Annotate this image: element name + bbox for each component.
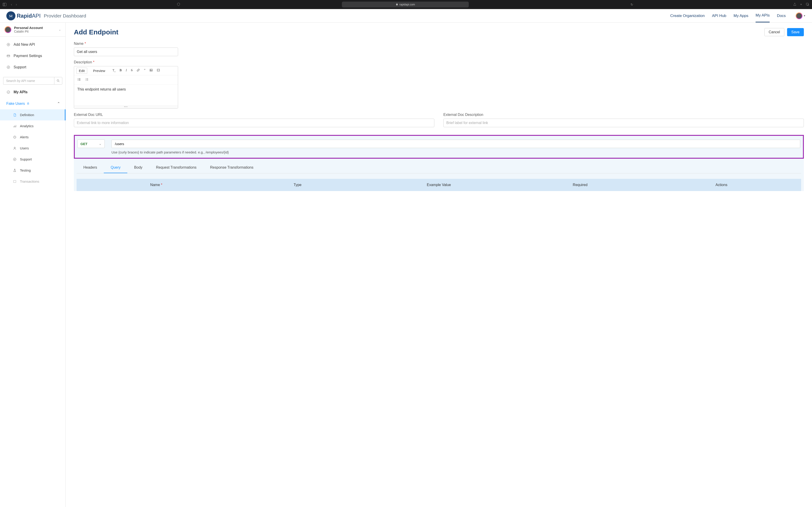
page-title: Add Endpoint: [74, 28, 118, 36]
search-button[interactable]: [54, 77, 62, 84]
transactions-icon: [13, 180, 17, 183]
image-icon[interactable]: [150, 69, 153, 73]
svg-rect-4: [7, 55, 10, 57]
sidebar-sub-users[interactable]: Users: [0, 143, 65, 154]
tab-headers[interactable]: Headers: [77, 162, 104, 173]
sidebar-toggle-icon[interactable]: [3, 3, 6, 6]
logo[interactable]: RapidAPI: [6, 11, 41, 20]
sidebar-item-label: My APIs: [14, 90, 28, 94]
col-example: Example Value: [368, 183, 510, 187]
text-size-icon[interactable]: TT: [112, 69, 115, 73]
card-icon: [6, 54, 10, 58]
link-icon[interactable]: [137, 69, 140, 73]
method-value: GET: [81, 142, 88, 146]
sidebar-item-label: Users: [20, 146, 29, 150]
sidebar-add-new-api[interactable]: Add New API: [0, 39, 65, 50]
sidebar-item-label: Alerts: [20, 135, 29, 139]
dashboard-label: Provider Dashboard: [44, 13, 86, 18]
cancel-button[interactable]: Cancel: [764, 28, 784, 36]
content: Add Endpoint Cancel Save Name * Descript…: [66, 23, 812, 507]
bold-icon[interactable]: B: [120, 69, 122, 73]
name-input[interactable]: [74, 48, 178, 56]
name-label: Name *: [74, 42, 804, 46]
sidebar-item-label: Fake Users: [6, 102, 25, 106]
sidebar-item-label: Definition: [20, 113, 34, 117]
avatar: [796, 12, 803, 19]
sidebar-item-label: Add New API: [14, 43, 35, 47]
svg-point-1: [9, 15, 10, 16]
reload-icon[interactable]: ↻: [630, 3, 633, 6]
chevron-up-icon: ⌃: [57, 101, 60, 106]
shield-icon[interactable]: [177, 2, 180, 7]
back-icon[interactable]: ‹: [11, 2, 12, 7]
bulleted-list-icon[interactable]: [77, 78, 81, 82]
url-text: rapidapi.com: [399, 3, 415, 6]
avatar: [5, 26, 11, 33]
sidebar-sub-alerts[interactable]: Alerts: [0, 131, 65, 143]
sidebar: Personal Account Catalin Pit ⌄ Add New A…: [0, 23, 66, 507]
nav-my-apps[interactable]: My Apps: [733, 9, 748, 22]
plus-icon[interactable]: +: [800, 2, 802, 7]
sidebar-sub-support[interactable]: Support: [0, 154, 65, 165]
sidebar-sub-definition[interactable]: Definition: [0, 109, 65, 120]
sidebar-item-label: Testing: [20, 168, 31, 172]
chevron-down-icon: ⌄: [99, 142, 102, 146]
sidebar-sub-transactions[interactable]: Transactions: [0, 176, 65, 187]
tab-body[interactable]: Body: [127, 162, 149, 173]
editor-tab-preview[interactable]: Preview: [91, 68, 107, 73]
tab-request-transformations[interactable]: Request Transformations: [149, 162, 203, 173]
code-icon[interactable]: [157, 69, 160, 73]
sidebar-api-fake-users[interactable]: Fake Users ⌃: [0, 98, 65, 109]
chart-icon: [13, 124, 17, 128]
method-select[interactable]: GET ⌄: [78, 139, 105, 148]
nav-docs[interactable]: Docs: [777, 9, 786, 22]
lock-icon: [27, 102, 30, 106]
sidebar-sub-testing[interactable]: Testing: [0, 165, 65, 176]
document-icon: [13, 113, 17, 117]
col-name: Name *: [86, 183, 227, 187]
share-icon[interactable]: [793, 2, 797, 7]
tab-response-transformations[interactable]: Response Transformations: [203, 162, 260, 173]
logo-icon: [6, 11, 15, 20]
description-textarea[interactable]: This endpoint returns all users: [74, 84, 178, 105]
sidebar-item-label: Transactions: [20, 179, 39, 183]
resize-handle[interactable]: •••: [74, 105, 178, 108]
account-switcher[interactable]: Personal Account Catalin Pit ⌄: [0, 23, 65, 37]
save-button[interactable]: Save: [787, 28, 804, 36]
sidebar-support[interactable]: Support: [0, 62, 65, 73]
browser-chrome: ‹ › rapidapi.com ↻ +: [0, 0, 812, 9]
editor-tab-edit[interactable]: Edit: [77, 68, 87, 74]
nav-my-apis[interactable]: My APIs: [756, 9, 770, 22]
search-input[interactable]: [3, 77, 54, 84]
path-input[interactable]: [111, 139, 800, 148]
compass-icon: [13, 158, 17, 161]
caret-down-icon: ▼: [803, 14, 806, 17]
nav-create-organization[interactable]: Create Organization: [670, 9, 705, 22]
svg-rect-0: [806, 3, 808, 5]
sidebar-item-label: Payment Settings: [14, 54, 42, 58]
sidebar-my-apis[interactable]: My APIs: [0, 87, 65, 98]
nav-api-hub[interactable]: API Hub: [712, 9, 726, 22]
params-table-header: Name * Type Example Value Required Actio…: [77, 179, 801, 191]
ext-url-label: External Doc URL: [74, 113, 434, 117]
svg-point-16: [78, 78, 78, 79]
quote-icon[interactable]: ”: [144, 69, 145, 73]
ext-url-input[interactable]: [74, 119, 434, 127]
strikethrough-icon[interactable]: S: [131, 69, 133, 73]
flask-icon: [13, 169, 17, 172]
col-actions: Actions: [651, 183, 792, 187]
user-menu[interactable]: ▼: [796, 12, 806, 19]
numbered-list-icon[interactable]: 123: [85, 78, 89, 82]
search-icon: [56, 79, 60, 82]
svg-point-17: [78, 79, 78, 80]
description-label: Description *: [74, 60, 804, 64]
top-header: RapidAPI Provider Dashboard Create Organ…: [0, 9, 812, 23]
sidebar-payment-settings[interactable]: Payment Settings: [0, 50, 65, 62]
url-bar[interactable]: rapidapi.com: [342, 2, 469, 7]
ext-desc-input[interactable]: [443, 119, 804, 127]
tabs-icon[interactable]: [806, 2, 809, 7]
sidebar-sub-analytics[interactable]: Analytics: [0, 120, 65, 131]
sidebar-item-label: Support: [20, 157, 32, 161]
italic-icon[interactable]: I: [126, 69, 127, 73]
tab-query[interactable]: Query: [104, 162, 127, 173]
